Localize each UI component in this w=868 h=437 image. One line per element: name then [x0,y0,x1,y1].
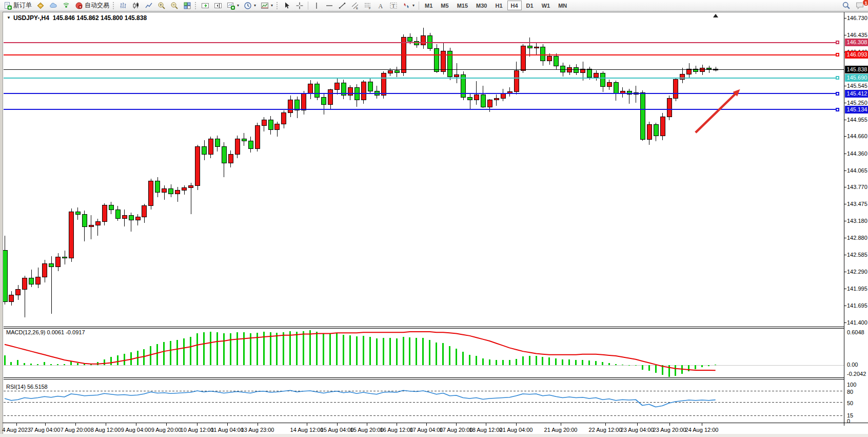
rsi-axis-label: 0 [847,418,850,425]
timeframe-button-W1[interactable]: W1 [538,1,554,10]
svg-text:E: E [356,6,358,9]
price-tick: 143.770 [847,184,867,191]
arrows-tool-button[interactable]: ▾ [400,1,417,11]
collapse-triangle-icon[interactable]: ▼ [7,15,11,20]
timeframe-button-D1[interactable]: D1 [523,1,537,10]
timeframe-button-H4[interactable]: H4 [507,1,522,10]
macd-header: MACD(12,26,9) 0.0061 -0.0917 [6,329,85,335]
fibonacci-tool-button[interactable]: F [362,1,374,11]
toolbar-grip [195,2,196,9]
macd-axis-label: -0.2042 [847,371,866,377]
label-tool-button[interactable]: T [387,1,400,11]
chart-title: ▼USDJPY-,H4 145.846 145.862 145.800 145.… [7,14,147,22]
cloud-button[interactable] [47,1,60,11]
time-label: 23 Aug 04:00 [621,427,654,433]
price-tick: 145.545 [847,83,867,89]
dropdown-caret: ▾ [254,3,256,8]
time-label: 15 Aug 20:00 [350,427,384,433]
price-tick: 146.730 [847,15,867,22]
price-tick: 142.290 [847,269,867,275]
new-order-icon [4,2,12,10]
timeframe-button-M15[interactable]: M15 [453,1,471,10]
timeframe-button-M5[interactable]: M5 [437,1,452,10]
time-label: 16 Aug 12:00 [380,427,413,433]
tile-windows-button[interactable] [181,1,193,11]
toolbar-separator [419,2,419,10]
label-icon: T [389,2,398,10]
horizontal-line-icon [325,2,333,10]
price-label: 146.093 [845,51,868,59]
new-order-button[interactable]: 新订单 [2,1,34,11]
svg-text:T: T [392,3,396,9]
candlestick-chart-button[interactable] [130,1,142,11]
rsi-header: RSI(14) 56.5158 [6,384,48,390]
gold-badge-button[interactable] [34,1,47,11]
chart-canvas[interactable] [0,0,868,437]
search-button[interactable] [840,1,853,11]
timeframe-button-H1[interactable]: H1 [491,1,506,10]
auto-scroll-button[interactable] [199,1,211,11]
time-label: 4 Aug 2023 [2,427,31,433]
timeframe-group: M1M5M15M30H1H4D1W1MN [421,1,570,10]
periods-button[interactable]: ▾ [242,1,258,11]
signal-button[interactable] [60,1,72,11]
horizontal-line-tool-button[interactable] [323,1,336,11]
timeframe-button-M1[interactable]: M1 [421,1,436,10]
time-label: 17 Aug 20:00 [440,427,473,433]
price-tick: 142.585 [847,252,867,258]
time-label: 9 Aug 20:00 [151,427,182,433]
toolbar-separator [308,2,308,10]
rsi-axis-label: 100 [847,382,856,388]
gold-badge-icon [36,2,45,10]
dropdown-caret: ▾ [412,3,415,8]
tile-windows-icon [183,2,191,10]
cursor-button[interactable] [281,1,293,11]
price-label: 145.838 [845,66,868,73]
vertical-line-tool-button[interactable] [310,1,323,11]
clock-icon [244,2,252,10]
bar-chart-icon [119,2,127,10]
time-label: 18 Aug 12:00 [469,427,503,433]
time-label: 7 Aug 04:00 [30,427,61,433]
chart-shift-marker[interactable] [713,14,718,17]
timeframe-button-MN[interactable]: MN [555,1,570,10]
macd-label: MACD(12,26,9) [6,329,45,335]
svg-text:A: A [378,2,383,9]
line-chart-button[interactable] [143,1,155,11]
rsi-axis-label: 50 [847,400,853,407]
cloud-icon [49,2,57,10]
trendline-icon [338,2,346,10]
time-label: 23 Aug 20:00 [653,427,686,433]
time-label: 13 Aug 23:00 [241,427,274,433]
time-label: 8 Aug 12:00 [91,427,121,433]
price-tick: 142.880 [847,235,867,241]
price-label: 145.412 [845,90,868,98]
time-label: 15 Aug 04:00 [321,427,354,433]
notification-badge[interactable]: 1 [862,0,868,6]
price-label: 145.690 [845,74,868,82]
crosshair-button[interactable] [293,1,306,11]
trendline-tool-button[interactable] [336,1,348,11]
text-tool-button[interactable]: A [374,1,387,11]
templates-button[interactable]: ▾ [259,1,275,11]
rsi-label: RSI(14) [6,384,26,390]
equidistant-channel-tool-button[interactable]: E [349,1,361,11]
zoom-out-button[interactable] [168,1,181,11]
chart-shift-button[interactable] [212,1,224,11]
toolbar-grip [277,2,278,9]
text-icon: A [377,2,385,10]
zoom-in-button[interactable] [155,1,168,11]
new-order-label: 新订单 [13,1,32,10]
arrows-icon [402,2,410,10]
time-label: 22 Aug 12:00 [589,427,622,433]
time-label: 21 Aug 04:00 [500,427,533,433]
auto-trading-button[interactable]: 自动交易 [73,1,111,11]
bar-chart-button[interactable] [117,1,129,11]
timeframe-button-M30[interactable]: M30 [472,1,490,10]
toolbar: 新订单 自动交易 ▾ ▾ [0,0,868,11]
time-label: 11 Aug 04:00 [211,427,244,433]
price-tick: 144.360 [847,150,867,157]
search-icon [842,1,851,10]
vertical-line-icon [312,2,321,10]
new-chart-button[interactable]: ▾ [225,1,241,11]
